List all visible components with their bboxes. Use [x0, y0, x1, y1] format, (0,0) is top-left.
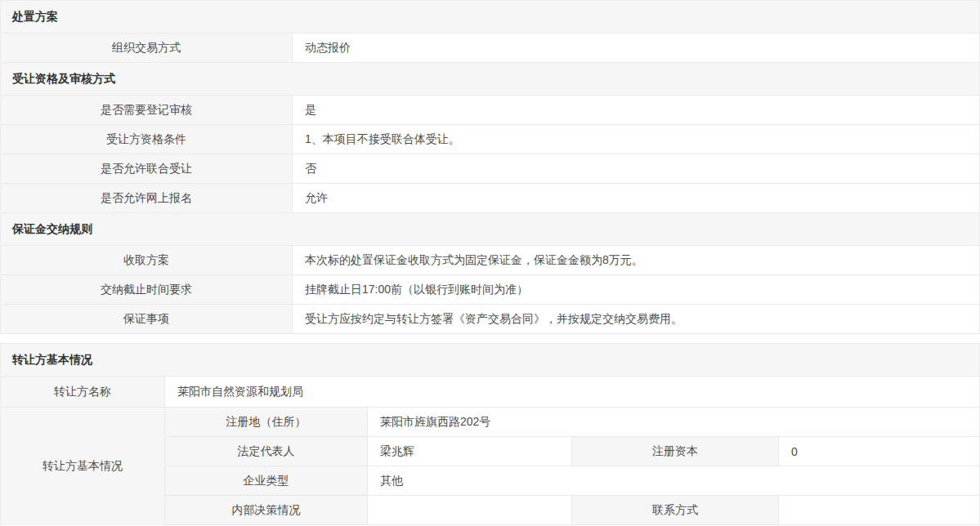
field-value: 梁兆辉	[368, 437, 572, 466]
field-value: 1、本项目不接受联合体受让。	[293, 125, 979, 154]
transferor-info-table: 转让方基本情况 转让方名称 莱阳市自然资源和规划局 转让方基本情况 注册地（住所…	[0, 343, 980, 525]
section-title: 受让资格及审核方式	[12, 72, 115, 87]
section-title: 保证金交纳规则	[12, 222, 92, 237]
field-label: 交纳截止时间要求	[1, 275, 293, 304]
field-row-company-type: 企业类型 其他	[165, 466, 979, 496]
field-value: 0	[779, 437, 979, 466]
field-row-transferee-conditions: 受让方资格条件 1、本项目不接受联合体受让。	[1, 125, 979, 154]
field-value: 其他	[368, 466, 979, 495]
field-row-guarantee-matters: 保证事项 受让方应按约定与转让方签署《资产交易合同》，并按规定交纳交易费用。	[1, 305, 979, 334]
field-value: 是	[293, 96, 979, 124]
field-label: 是否需要登记审核	[1, 96, 293, 124]
field-value: 挂牌截止日17:00前（以银行到账时间为准）	[293, 275, 979, 304]
field-value: 受让方应按约定与转让方签署《资产交易合同》，并按规定交纳交易费用。	[293, 305, 979, 333]
section-header-transfer-qualification: 受让资格及审核方式	[1, 63, 979, 96]
field-value: 允许	[293, 184, 979, 212]
section-header-deposit-rules: 保证金交纳规则	[1, 213, 979, 246]
field-label: 保证事项	[1, 305, 293, 333]
field-row-registration-review: 是否需要登记审核 是	[1, 96, 979, 125]
field-label: 内部决策情况	[165, 496, 368, 524]
transferor-details-rows: 注册地（住所） 莱阳市旌旗西路202号 法定代表人 梁兆辉 注册资本 0 企业类…	[165, 408, 979, 525]
field-row-transferor-name: 转让方名称 莱阳市自然资源和规划局	[1, 377, 979, 408]
section-title: 处置方案	[12, 10, 58, 25]
field-row-joint-transfer: 是否允许联合受让 否	[1, 154, 979, 184]
field-value	[368, 496, 572, 524]
field-value: 莱阳市自然资源和规划局	[165, 377, 979, 407]
asset-transaction-detail-page: 处置方案 组织交易方式 动态报价 受让资格及审核方式 是否需要登记审核 是 受让…	[0, 0, 980, 526]
field-label: 收取方案	[1, 246, 293, 274]
field-label: 组织交易方式	[1, 33, 293, 62]
field-row-collection-plan: 收取方案 本次标的处置保证金收取方式为固定保证金，保证金金额为8万元。	[1, 246, 979, 275]
field-label: 企业类型	[165, 466, 368, 495]
field-label: 法定代表人	[165, 437, 368, 466]
field-row-payment-deadline: 交纳截止时间要求 挂牌截止日17:00前（以银行到账时间为准）	[1, 275, 979, 305]
field-value: 否	[293, 154, 979, 183]
field-row-trade-method: 组织交易方式 动态报价	[1, 33, 979, 63]
group-label-transferor-basic-info: 转让方基本情况	[1, 408, 165, 525]
transferor-details-group: 转让方基本情况 注册地（住所） 莱阳市旌旗西路202号 法定代表人 梁兆辉 注册…	[1, 408, 979, 525]
section-header-transferor-info: 转让方基本情况	[1, 344, 979, 377]
field-row-registered-address: 注册地（住所） 莱阳市旌旗西路202号	[165, 408, 979, 437]
listing-detail-tables: 处置方案 组织交易方式 动态报价 受让资格及审核方式 是否需要登记审核 是 受让…	[0, 0, 980, 334]
field-label: 注册地（住所）	[165, 408, 368, 436]
field-row-internal-decision: 内部决策情况 联系方式	[165, 496, 979, 525]
field-label: 联系方式	[572, 496, 779, 524]
field-value: 动态报价	[293, 33, 979, 62]
section-title: 转让方基本情况	[12, 353, 92, 368]
field-value: 莱阳市旌旗西路202号	[368, 408, 979, 436]
section-header-disposal-plan: 处置方案	[1, 1, 979, 33]
field-row-legal-representative: 法定代表人 梁兆辉 注册资本 0	[165, 437, 979, 466]
field-value	[779, 496, 979, 524]
field-value: 本次标的处置保证金收取方式为固定保证金，保证金金额为8万元。	[293, 246, 979, 274]
field-row-online-signup: 是否允许网上报名 允许	[1, 184, 979, 213]
field-label: 是否允许网上报名	[1, 184, 293, 212]
field-label: 转让方名称	[1, 377, 165, 407]
field-label: 注册资本	[572, 437, 779, 466]
field-label: 受让方资格条件	[1, 125, 293, 154]
field-label: 是否允许联合受让	[1, 154, 293, 183]
